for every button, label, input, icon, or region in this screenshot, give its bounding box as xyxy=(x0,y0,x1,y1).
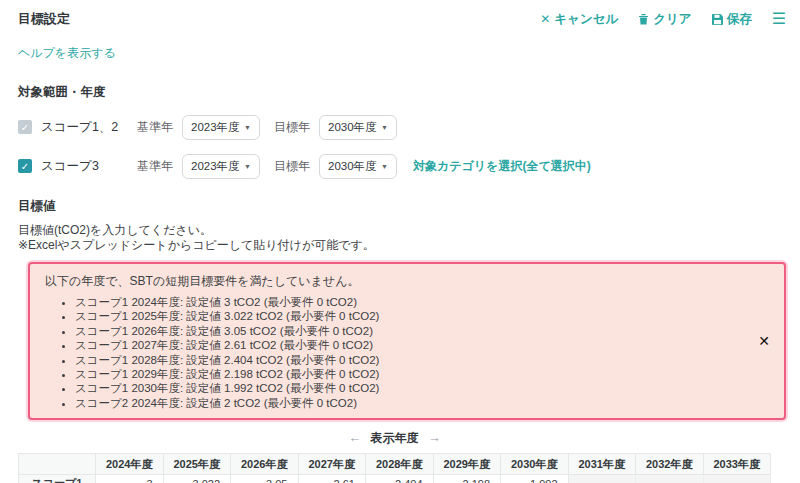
scope3-target-year-select[interactable]: 2030年度 ▼ xyxy=(319,154,397,179)
target-value-cell[interactable]: 2.198 xyxy=(433,475,501,483)
table-column-header: 2025年度 xyxy=(163,454,231,475)
target-description: 目標値(tCO2)を入力してください。 ※Excelやスプレッドシートからコピー… xyxy=(18,223,786,253)
save-floppy-icon xyxy=(712,14,723,25)
target-year-label: 目標年 xyxy=(274,158,310,175)
table-column-header: 2029年度 xyxy=(433,454,501,475)
sbt-warning-box: 以下の年度で、SBTの短期目標要件を満たしていません。 スコープ1 2024年度… xyxy=(28,262,786,420)
warning-item: スコープ1 2030年度: 設定値 1.992 tCO2 (最小要件 0 tCO… xyxy=(75,381,740,395)
targets-table-head: 2024年度2025年度2026年度2027年度2028年度2029年度2030… xyxy=(19,454,771,475)
scope12-label: スコープ1、2 xyxy=(41,119,123,136)
warning-item: スコープ2 2024年度: 設定値 2 tCO2 (最小要件 0 tCO2) xyxy=(75,396,740,410)
table-column-header: 2032年度 xyxy=(636,454,704,475)
target-value-cell[interactable]: 3.05 xyxy=(231,475,299,483)
warning-item: スコープ1 2025年度: 設定値 3.022 tCO2 (最小要件 0 tCO… xyxy=(75,309,740,323)
table-column-header: 2033年度 xyxy=(703,454,771,475)
scope3-checkbox[interactable]: ✓ xyxy=(18,159,32,173)
scope3-row: ✓ スコープ3 基準年 2023年度 ▼ 目標年 2030年度 ▼ 対象カテゴリ… xyxy=(18,153,786,179)
scope3-base-year-select[interactable]: 2023年度 ▼ xyxy=(182,154,260,179)
hamburger-menu-icon[interactable]: ☰ xyxy=(772,11,786,27)
scope12-checkbox: ✓ xyxy=(18,120,32,134)
cancel-x-icon: ✕ xyxy=(540,12,550,26)
target-value-cell[interactable]: 2.61 xyxy=(298,475,366,483)
scope3-label: スコープ3 xyxy=(41,158,123,175)
targets-table: 2024年度2025年度2026年度2027年度2028年度2029年度2030… xyxy=(18,453,771,483)
target-section-title: 目標値 xyxy=(18,198,786,215)
save-button[interactable]: 保存 xyxy=(712,11,752,28)
target-value-cell xyxy=(568,475,636,483)
base-year-label: 基準年 xyxy=(137,158,173,175)
page-title: 目標設定 xyxy=(18,10,70,28)
cancel-button[interactable]: ✕ キャンセル xyxy=(540,11,618,28)
chevron-down-icon: ▼ xyxy=(381,124,388,131)
targets-table-body: スコープ133.0223.052.612.4042.1981.992スコープ22… xyxy=(19,475,771,483)
table-column-header: 2026年度 xyxy=(231,454,299,475)
warning-item: スコープ1 2024年度: 設定値 3 tCO2 (最小要件 0 tCO2) xyxy=(75,295,740,309)
select-category-link[interactable]: 対象カテゴリを選択(全て選択中) xyxy=(413,158,591,175)
scope12-base-year-select[interactable]: 2023年度 ▼ xyxy=(182,115,260,140)
table-column-header: 2027年度 xyxy=(298,454,366,475)
target-description-line1: 目標値(tCO2)を入力してください。 xyxy=(18,223,786,238)
table-column-header: 2030年度 xyxy=(501,454,569,475)
table-column-header: 2031年度 xyxy=(568,454,636,475)
table-column-header xyxy=(19,454,96,475)
target-value-cell xyxy=(703,475,771,483)
table-row: スコープ133.0223.052.612.4042.1981.992 xyxy=(19,475,771,483)
year-nav: ← 表示年度 → xyxy=(18,430,771,447)
warning-item: スコープ1 2027年度: 設定値 2.61 tCO2 (最小要件 0 tCO2… xyxy=(75,338,740,352)
row-label: スコープ1 xyxy=(19,475,96,483)
chevron-down-icon: ▼ xyxy=(244,124,251,131)
year-nav-label: 表示年度 xyxy=(371,431,419,445)
table-column-header: 2028年度 xyxy=(366,454,434,475)
chevron-down-icon: ▼ xyxy=(381,163,388,170)
target-value-cell[interactable]: 3 xyxy=(96,475,164,483)
target-value-cell[interactable]: 3.022 xyxy=(163,475,231,483)
header-actions: ✕ キャンセル クリア 保存 ☰ xyxy=(540,11,786,28)
target-settings-page: 目標設定 ✕ キャンセル クリア 保存 ☰ ヘルプを表示する 対象範囲・年 xyxy=(0,0,800,483)
base-year-label: 基準年 xyxy=(137,119,173,136)
scope12-target-year-select[interactable]: 2030年度 ▼ xyxy=(319,115,397,140)
warning-list: スコープ1 2024年度: 設定値 3 tCO2 (最小要件 0 tCO2)スコ… xyxy=(45,295,740,410)
table-column-header: 2024年度 xyxy=(96,454,164,475)
warning-close-icon[interactable]: ✕ xyxy=(758,334,770,348)
target-description-line2: ※Excelやスプレッドシートからコピーして貼り付けが可能です。 xyxy=(18,238,786,253)
chevron-down-icon: ▼ xyxy=(244,163,251,170)
scope-section-title: 対象範囲・年度 xyxy=(18,84,786,101)
scope12-row: ✓ スコープ1、2 基準年 2023年度 ▼ 目標年 2030年度 ▼ xyxy=(18,114,786,140)
next-years-arrow-icon[interactable]: → xyxy=(422,430,447,445)
clear-button[interactable]: クリア xyxy=(638,11,691,28)
target-value-cell[interactable]: 1.992 xyxy=(501,475,569,483)
target-value-cell[interactable]: 2.404 xyxy=(366,475,434,483)
warning-item: スコープ1 2028年度: 設定値 2.404 tCO2 (最小要件 0 tCO… xyxy=(75,353,740,367)
warning-item: スコープ1 2029年度: 設定値 2.198 tCO2 (最小要件 0 tCO… xyxy=(75,367,740,381)
target-value-cell xyxy=(636,475,704,483)
page-header: 目標設定 ✕ キャンセル クリア 保存 ☰ xyxy=(18,10,786,28)
prev-years-arrow-icon[interactable]: ← xyxy=(342,430,367,445)
target-year-label: 目標年 xyxy=(274,119,310,136)
help-link[interactable]: ヘルプを表示する xyxy=(18,45,116,62)
trash-icon xyxy=(638,13,649,25)
warning-title: 以下の年度で、SBTの短期目標要件を満たしていません。 xyxy=(45,273,740,290)
warning-item: スコープ1 2026年度: 設定値 3.05 tCO2 (最小要件 0 tCO2… xyxy=(75,324,740,338)
